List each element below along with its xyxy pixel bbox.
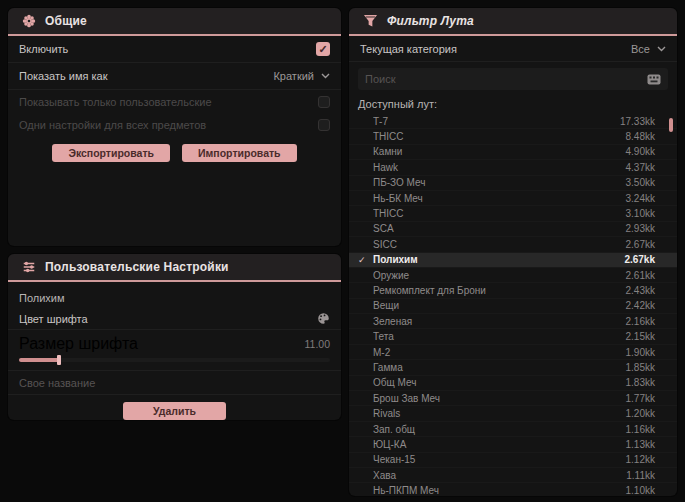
panel-loot-filter-title: Фильтр Лута	[387, 14, 474, 28]
loot-item-value: 3.10kk	[626, 208, 655, 219]
right-column: Фильтр Лута Текущая категория Все	[349, 8, 677, 502]
panel-general-header: Общие	[8, 8, 341, 36]
loot-item-value: 1.11kk	[626, 470, 655, 481]
loot-row[interactable]: ✓ Чекан-15 1.12kk	[349, 453, 677, 468]
loot-item-name: Тета	[373, 331, 626, 342]
palette-icon[interactable]	[317, 312, 330, 325]
panel-general-title: Общие	[45, 14, 87, 28]
search-box	[358, 68, 668, 90]
loot-item-name: Хава	[373, 470, 626, 481]
loot-item-name: Полихим	[373, 254, 624, 265]
loot-item-value: 1.85kk	[626, 362, 655, 373]
panel-user-settings: Пользовательские Настройки Полихим Цвет …	[8, 254, 341, 420]
loot-item-name: Ремкомплект для Брони	[373, 285, 626, 296]
loot-row[interactable]: ✓ Оружие 2.61kk	[349, 268, 677, 283]
general-panel-spacer	[8, 171, 341, 246]
loot-item-name: SCA	[373, 223, 626, 234]
selected-check-icon: ✓	[358, 255, 373, 265]
panel-user-settings-title: Пользовательские Настройки	[45, 260, 229, 274]
category-label: Текущая категория	[360, 43, 457, 55]
only-custom-row: Показывать только пользовательские	[8, 90, 341, 113]
loot-row[interactable]: ✓ THICC 8.48kk	[349, 129, 677, 144]
loot-item-name: ПБ-ЗО Меч	[373, 177, 626, 188]
loot-item-value: 1.13kk	[626, 439, 655, 450]
loot-item-name: М-2	[373, 347, 626, 358]
font-color-row: Цвет шрифта	[8, 308, 341, 330]
loot-row[interactable]: ✓ SCA 2.93kk	[349, 222, 677, 237]
loot-row[interactable]: ✓ Нь-БК Меч 3.24kk	[349, 191, 677, 206]
loot-row[interactable]: ✓ Зап. общ 1.16kk	[349, 422, 677, 437]
category-value: Все	[631, 43, 650, 55]
loot-item-value: 1.77kk	[626, 393, 655, 404]
search-input[interactable]	[365, 73, 641, 85]
loot-item-name: Гамма	[373, 362, 626, 373]
loot-item-value: 2.16kk	[626, 316, 655, 327]
loot-item-name: Брош Зав Меч	[373, 393, 626, 404]
chevron-down-icon	[657, 46, 666, 52]
font-size-value: 11.00	[305, 338, 331, 350]
loot-row[interactable]: ✓ Полихим 2.67kk	[349, 253, 677, 268]
loot-row[interactable]: ✓ ПБ-ЗО Меч 3.50kk	[349, 176, 677, 191]
category-dropdown[interactable]: Все	[631, 43, 666, 55]
same-settings-label: Одни настройки для всех предметов	[19, 119, 206, 131]
loot-item-value: 17.33kk	[620, 116, 655, 127]
panel-loot-filter: Фильтр Лута Текущая категория Все	[349, 8, 677, 496]
same-settings-checkbox[interactable]	[318, 119, 330, 131]
loot-item-value: 1.12kk	[626, 454, 655, 465]
loot-item-name: Т-7	[373, 116, 620, 127]
enable-checkbox[interactable]: ✓	[316, 42, 330, 56]
loot-row[interactable]: ✓ SICC 2.67kk	[349, 237, 677, 252]
loot-row[interactable]: ✓ ЮЦ-КА 1.13kk	[349, 437, 677, 452]
loot-row[interactable]: ✓ Общ Меч 1.83kk	[349, 376, 677, 391]
selected-item-name: Полихим	[8, 282, 341, 308]
loot-row[interactable]: ✓ Брош Зав Меч 1.77kk	[349, 391, 677, 406]
font-size-slider[interactable]	[19, 358, 330, 362]
scrollbar-thumb[interactable]	[669, 118, 673, 132]
loot-row[interactable]: ✓ Hawk 4.37kk	[349, 160, 677, 175]
loot-row[interactable]: ✓ Вещи 2.42kk	[349, 299, 677, 314]
font-size-slider-thumb[interactable]	[57, 355, 61, 365]
loot-item-value: 2.42kk	[626, 300, 655, 311]
only-custom-checkbox[interactable]	[318, 96, 330, 108]
loot-item-name: Оружие	[373, 270, 626, 281]
show-name-value: Краткий	[273, 70, 314, 82]
custom-name-input[interactable]	[19, 377, 330, 389]
gear-icon	[22, 14, 36, 28]
keyboard-icon[interactable]	[647, 74, 661, 85]
font-size-row: Размер шрифта 11.00	[8, 330, 341, 371]
loot-item-name: Камни	[373, 146, 626, 157]
loot-item-name: THICC	[373, 208, 626, 219]
loot-item-value: 1.90kk	[626, 347, 655, 358]
delete-button[interactable]: Удалить	[123, 402, 226, 420]
loot-item-name: Общ Меч	[373, 377, 626, 388]
loot-item-value: 2.61kk	[626, 270, 655, 281]
loot-row[interactable]: ✓ THICC 3.10kk	[349, 206, 677, 221]
enable-row: Включить ✓	[8, 36, 341, 63]
font-size-label: Размер шрифта	[19, 335, 138, 353]
loot-item-value: 1.10kk	[626, 485, 655, 496]
loot-item-value: 2.15kk	[626, 331, 655, 342]
loot-row[interactable]: ✓ Зеленая 2.16kk	[349, 314, 677, 329]
loot-row[interactable]: ✓ Rivals 1.20kk	[349, 406, 677, 421]
loot-item-value: 8.48kk	[626, 131, 655, 142]
loot-item-value: 1.20kk	[626, 408, 655, 419]
export-import-row: Экспортировать Импортировать	[8, 136, 341, 171]
export-button[interactable]: Экспортировать	[52, 144, 170, 162]
loot-item-name: Зап. общ	[373, 424, 626, 435]
category-row: Текущая категория Все	[349, 36, 677, 62]
import-button[interactable]: Импортировать	[182, 144, 297, 162]
left-column: Общие Включить ✓ Показать имя как Кратки…	[8, 8, 341, 428]
loot-row[interactable]: ✓ М-2 1.90kk	[349, 345, 677, 360]
loot-item-value: 4.37kk	[626, 162, 655, 173]
loot-item-name: Зеленая	[373, 316, 626, 327]
loot-row[interactable]: ✓ Ремкомплект для Брони 2.43kk	[349, 283, 677, 298]
loot-row[interactable]: ✓ Камни 4.90kk	[349, 145, 677, 160]
loot-row[interactable]: ✓ Тета 2.15kk	[349, 329, 677, 344]
loot-row[interactable]: ✓ Гамма 1.85kk	[349, 360, 677, 375]
loot-row[interactable]: ✓ Нь-ПКПМ Меч 1.10kk	[349, 483, 677, 496]
loot-item-value: 1.83kk	[626, 377, 655, 388]
loot-row[interactable]: ✓ Т-7 17.33kk	[349, 114, 677, 129]
loot-row[interactable]: ✓ Хава 1.11kk	[349, 468, 677, 483]
show-name-dropdown[interactable]: Краткий	[273, 70, 330, 82]
only-custom-label: Показывать только пользовательские	[19, 96, 212, 108]
